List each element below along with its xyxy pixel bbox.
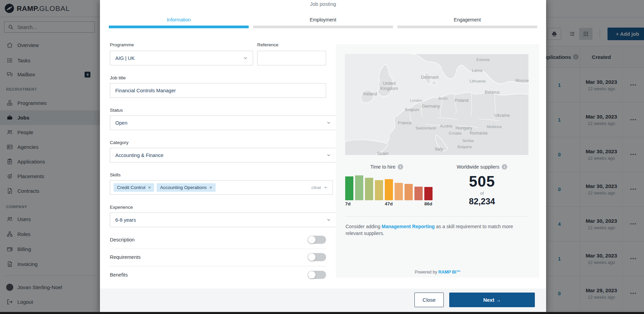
info-icon[interactable]: i bbox=[502, 164, 507, 170]
info-icon[interactable]: i bbox=[398, 164, 403, 170]
worldwide-suppliers-stat: 505 of 82,234 bbox=[438, 173, 526, 206]
map-country-label: Belgium bbox=[405, 108, 419, 112]
skills-field[interactable]: Credit Control× Accounting Operations× c… bbox=[110, 180, 333, 195]
map-country-label: Denmark bbox=[421, 75, 439, 80]
map-country-label: Estonia bbox=[477, 58, 489, 62]
category-select[interactable]: Accounting & Finance bbox=[110, 148, 336, 162]
map-country-label: Ireland bbox=[363, 91, 377, 96]
status-select[interactable]: Open bbox=[110, 115, 336, 130]
powered-by: Powered by RAMP BI™ bbox=[336, 270, 539, 274]
suppliers-total: 82,234 bbox=[438, 197, 526, 206]
tab-progress-bar bbox=[397, 26, 537, 28]
map-country-label: Switzerland bbox=[415, 126, 436, 130]
time-to-hire-ticks: 7d47d86d bbox=[345, 201, 433, 206]
map-country-label: Hungary bbox=[455, 125, 472, 130]
time-to-hire-chart: 7d47d86d bbox=[345, 174, 434, 206]
requirements-toggle-row: Requirements bbox=[110, 252, 326, 262]
map-country-label: Serbia bbox=[462, 139, 473, 143]
time-to-hire-bar bbox=[345, 176, 353, 200]
description-toggle[interactable] bbox=[308, 236, 326, 244]
benefits-toggle-row: Benefits bbox=[110, 270, 326, 280]
chevron-down-icon bbox=[326, 153, 331, 158]
remove-skill-icon[interactable]: × bbox=[209, 185, 212, 190]
map-country-label: Ukraine bbox=[495, 113, 510, 118]
modal-title: Job posting bbox=[100, 1, 546, 7]
map-country-label: Bulgaria bbox=[457, 145, 472, 149]
map-country-label: Poland bbox=[455, 98, 468, 103]
description-label: Description bbox=[110, 237, 135, 242]
skill-tag: Credit Control× bbox=[114, 183, 154, 192]
time-to-hire-title: Time to hirei bbox=[336, 164, 438, 170]
skills-label: Skills bbox=[110, 172, 121, 177]
screen: RAMP.GLOBAL Overview Tasks Mailbox 4 REC… bbox=[0, 0, 644, 314]
skill-suggestion-text: Consider adding Management Reporting as … bbox=[346, 223, 526, 237]
map-country-label: Moldova bbox=[487, 125, 501, 129]
category-label: Category bbox=[110, 140, 129, 145]
benefits-label: Benefits bbox=[110, 272, 128, 278]
tab-employment[interactable]: Employment bbox=[253, 17, 393, 28]
map-country-label: Austria bbox=[440, 124, 452, 128]
requirements-toggle[interactable] bbox=[308, 253, 326, 261]
experience-select[interactable]: 6-8 years bbox=[110, 213, 336, 227]
programme-select[interactable]: AIG | UK bbox=[110, 51, 253, 65]
map-country-label: Lithuania bbox=[470, 79, 486, 83]
tab-progress-bar bbox=[253, 26, 393, 28]
time-to-hire-bars bbox=[345, 174, 433, 200]
worldwide-suppliers-title: Worldwide suppliersi bbox=[438, 164, 526, 170]
tab-information[interactable]: Information bbox=[109, 17, 249, 28]
next-button[interactable]: Next → bbox=[449, 293, 535, 307]
time-to-hire-axis-tick: 47d bbox=[385, 201, 393, 206]
time-to-hire-bar bbox=[375, 180, 383, 200]
form-divider bbox=[110, 266, 326, 266]
job-title-input[interactable] bbox=[110, 83, 326, 98]
map-country-label: Germany bbox=[422, 104, 440, 109]
experience-label: Experience bbox=[110, 205, 133, 210]
chevron-down-icon bbox=[243, 56, 248, 61]
chevron-down-icon bbox=[326, 217, 331, 222]
remove-skill-icon[interactable]: × bbox=[148, 185, 151, 190]
job-title-label: Job title bbox=[110, 75, 126, 80]
time-to-hire-bar bbox=[355, 175, 363, 200]
map-country-label: Moscow bbox=[515, 78, 529, 82]
requirements-label: Requirements bbox=[110, 254, 141, 260]
map-country-label: Croatia bbox=[449, 131, 461, 135]
suppliers-count: 505 bbox=[438, 173, 526, 190]
time-to-hire-bar bbox=[365, 178, 373, 200]
tab-engagement[interactable]: Engagement bbox=[397, 17, 537, 28]
map-country-label: Spain bbox=[377, 151, 388, 156]
time-to-hire-axis-tick: 7d bbox=[345, 201, 351, 206]
job-posting-modal: Job posting Information Employment Engag… bbox=[100, 0, 546, 314]
suggested-skill-link[interactable]: Management Reporting bbox=[382, 224, 435, 229]
time-to-hire-bar bbox=[424, 187, 433, 200]
time-to-hire-bar bbox=[405, 184, 413, 200]
map-country-label: Italy bbox=[435, 146, 443, 152]
map-country-label: Berlin bbox=[439, 96, 448, 100]
time-to-hire-bar bbox=[414, 187, 423, 200]
chevron-down-icon bbox=[323, 185, 328, 190]
map-country-label: Belarus bbox=[485, 90, 500, 95]
reference-label: Reference bbox=[257, 42, 278, 47]
map-country-label: Romania bbox=[470, 130, 487, 136]
time-to-hire-bar bbox=[385, 179, 393, 200]
panel-divider bbox=[346, 216, 529, 217]
close-button[interactable]: Close bbox=[414, 293, 444, 307]
time-to-hire-axis-tick: 86d bbox=[424, 201, 432, 206]
skill-tag: Accounting Operations× bbox=[157, 183, 215, 192]
programme-label: Programme bbox=[110, 42, 134, 47]
chevron-down-icon bbox=[326, 120, 331, 125]
skills-clear-control[interactable]: clear bbox=[311, 185, 328, 190]
europe-map: EstoniaLatviaLithuaniaMoscowBelarusDenma… bbox=[345, 54, 529, 155]
description-toggle-row: Description bbox=[110, 235, 326, 245]
map-country-label: London bbox=[410, 98, 422, 103]
form-divider bbox=[110, 249, 326, 249]
modal-footer: Close Next → bbox=[100, 288, 546, 312]
benefits-toggle[interactable] bbox=[308, 271, 326, 279]
status-label: Status bbox=[110, 108, 123, 113]
tab-progress-bar bbox=[109, 26, 249, 28]
supplier-insights-panel: EstoniaLatviaLithuaniaMoscowBelarusDenma… bbox=[336, 44, 539, 278]
window-bottom-edge bbox=[0, 312, 644, 314]
reference-input[interactable] bbox=[257, 51, 326, 65]
map-country-label: France bbox=[398, 120, 412, 125]
ramp-bi-link[interactable]: RAMP BI™ bbox=[438, 270, 460, 274]
map-country-label: United Kingdom bbox=[377, 81, 401, 91]
